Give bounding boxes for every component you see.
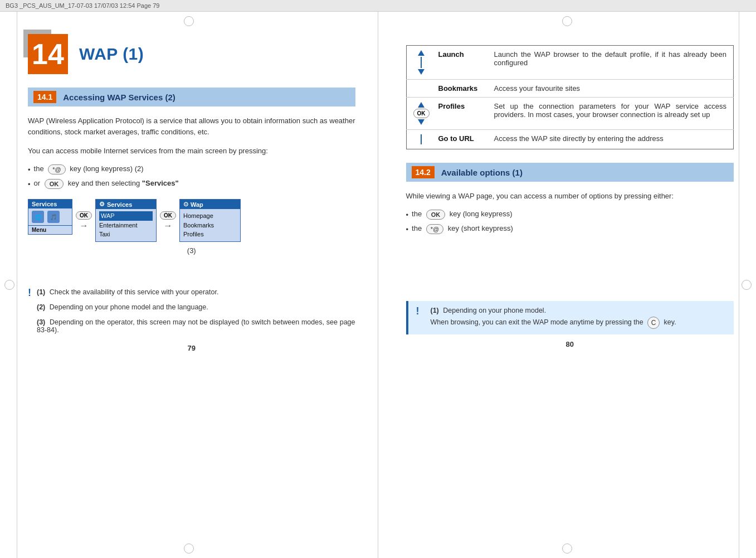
access-bullets: • the *@ key (long keypress) (2) • or OK… bbox=[28, 164, 355, 189]
nav-col-launch bbox=[406, 46, 432, 80]
note-text-right: (1) Depending on your phone model. When … bbox=[431, 307, 676, 329]
desc-gotourl: Access the WAP site directly by entering… bbox=[487, 130, 734, 149]
label-bookmarks: Bookmarks bbox=[432, 80, 487, 98]
footer-notes-left: ! (1) Check the availability of this ser… bbox=[28, 277, 355, 334]
diagram-label: (3) bbox=[28, 246, 355, 255]
chapter-header: 14 WAP (1) bbox=[28, 34, 355, 74]
arrow-down-launch bbox=[418, 69, 425, 75]
note-2: ! (2) Depending on your phone model and … bbox=[28, 303, 355, 314]
nav-col-bookmarks bbox=[406, 80, 432, 98]
screen-diagrams: Services 🌐 🎵 Menu OK → ⚙ Services bbox=[28, 199, 355, 242]
desc-profiles: Set up the connection parameters for you… bbox=[487, 98, 734, 130]
ok-arrow-1: OK → bbox=[76, 211, 92, 231]
label-gotourl: Go to URL bbox=[432, 130, 487, 149]
desc-launch: Launch the WAP browser to the default pr… bbox=[487, 46, 734, 80]
menu-row-bookmarks: Bookmarks Access your favourite sites bbox=[406, 80, 734, 98]
section-title-14-1: Accessing WAP Services (2) bbox=[63, 93, 175, 102]
chapter-title: WAP (1) bbox=[79, 45, 144, 64]
screen-2-body: WAP Entertainment Taxi bbox=[96, 209, 156, 241]
menu-row-gotourl: Go to URL Access the WAP site directly b… bbox=[406, 130, 734, 149]
screen-1-title: Services bbox=[28, 200, 72, 208]
option-bullet-2: • the *@ key (short keypress) bbox=[406, 224, 734, 234]
screen-1-icons: 🌐 🎵 bbox=[28, 208, 72, 225]
ok-btn-profiles: OK bbox=[413, 109, 430, 118]
arrow-up-launch bbox=[418, 50, 425, 56]
wap-menu-table: Launch Launch the WAP browser to the def… bbox=[406, 45, 734, 149]
ok-key-1: OK bbox=[45, 179, 64, 189]
section-header-14-2: 14.2 Available options (1) bbox=[406, 163, 734, 182]
section-number-14-1: 14.1 bbox=[33, 91, 56, 103]
options-bullets: • the OK key (long keypress) • the *@ ke… bbox=[406, 210, 734, 234]
ok-key-2: OK bbox=[426, 210, 446, 220]
label-launch: Launch bbox=[432, 46, 487, 80]
screen-3-body: Homepage Bookmarks Profiles bbox=[180, 209, 240, 241]
reg-mark-bottom-left bbox=[184, 544, 194, 554]
left-page: 14 WAP (1) 14.1 Accessing WAP Services (… bbox=[0, 12, 378, 558]
screen-3-wap-sub: ⊙ Wap Homepage Bookmarks Profiles bbox=[179, 199, 241, 242]
options-intro: While viewing a WAP page, you can access… bbox=[406, 191, 734, 202]
reg-mark-left-mid bbox=[4, 280, 14, 290]
label-profiles: Profiles bbox=[432, 98, 487, 130]
arrow-down-profiles bbox=[418, 119, 425, 125]
reg-mark-top-right bbox=[562, 16, 572, 26]
intro-paragraph: WAP (Wireless Application Protocol) is a… bbox=[28, 115, 355, 138]
chapter-number: 14 bbox=[28, 34, 68, 74]
page-number-left: 79 bbox=[28, 338, 355, 363]
screen-2-title: ⚙ Services bbox=[96, 200, 156, 209]
icon-music: 🎵 bbox=[47, 211, 60, 223]
screen-3-title: ⊙ Wap bbox=[180, 200, 240, 209]
star-key-1: *@ bbox=[48, 164, 65, 174]
reg-mark-right-mid bbox=[742, 280, 752, 290]
reg-mark-top-left bbox=[184, 16, 194, 26]
top-bar: BG3 _PCS_AUS_UM_17-07-03 17/07/03 12:54 … bbox=[0, 0, 756, 12]
bullet-item-2: • or OK key and then selecting "Services… bbox=[28, 179, 355, 189]
nav-col-gotourl bbox=[406, 130, 432, 149]
menu-row-launch: Launch Launch the WAP browser to the def… bbox=[406, 46, 734, 80]
screen-1-footer: Menu bbox=[28, 225, 72, 234]
menu-row-profiles: OK Profiles Set up the connection parame… bbox=[406, 98, 734, 130]
screen-1-services: Services 🌐 🎵 Menu bbox=[28, 199, 72, 235]
note-3: ! (3) Depending on the operator, this sc… bbox=[28, 318, 355, 334]
page-number-right: 80 bbox=[406, 334, 734, 360]
icon-globe: 🌐 bbox=[32, 211, 44, 223]
bullet-item-1: • the *@ key (long keypress) (2) bbox=[28, 164, 355, 174]
option-bullet-1: • the OK key (long keypress) bbox=[406, 210, 734, 220]
desc-bookmarks: Access your favourite sites bbox=[487, 80, 734, 98]
c-key: C bbox=[647, 317, 660, 329]
section-number-14-2: 14.2 bbox=[412, 166, 435, 178]
section-title-14-2: Available options (1) bbox=[441, 168, 523, 177]
reg-mark-bottom-right bbox=[562, 544, 572, 554]
section-header-14-1: 14.1 Accessing WAP Services (2) bbox=[28, 88, 355, 106]
note-box-right: ! (1) Depending on your phone model. Whe… bbox=[406, 301, 734, 334]
nav-col-profiles: OK bbox=[406, 98, 432, 130]
star-key-2: *@ bbox=[426, 224, 443, 234]
note-1: ! (1) Check the availability of this ser… bbox=[28, 288, 355, 299]
arrow-up-profiles bbox=[418, 102, 425, 108]
screen-2-wap: ⚙ Services WAP Entertainment Taxi bbox=[95, 199, 157, 242]
right-page: Launch Launch the WAP browser to the def… bbox=[378, 12, 757, 558]
ok-arrow-2: OK → bbox=[160, 211, 176, 231]
access-paragraph: You can access mobile Internet services … bbox=[28, 145, 355, 157]
